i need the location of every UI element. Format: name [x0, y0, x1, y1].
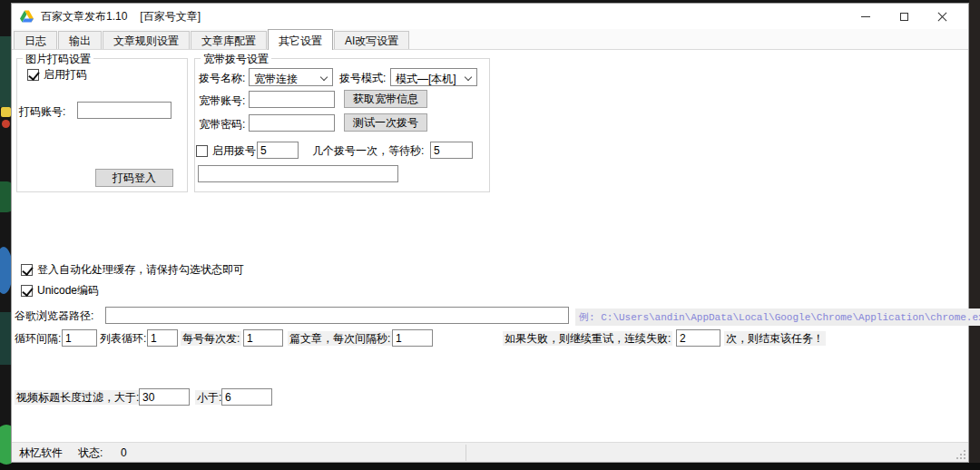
dial-wait-input[interactable]: [430, 142, 473, 159]
fail-retry-label: 如果失败，则继续重试，连续失败:: [503, 331, 672, 346]
maximize-icon: [900, 13, 908, 21]
per-account-input[interactable]: [243, 329, 283, 347]
fail-count-input[interactable]: [676, 329, 720, 347]
loop-interval-label: 循环间隔:: [15, 332, 61, 345]
chrome-path-example: 例: C:\Users\andin\AppData\Local\Google\C…: [575, 308, 980, 326]
enable-dial-label: 启用拨号: [212, 143, 256, 159]
tab-ai-rewrite[interactable]: AI改写设置: [334, 31, 409, 49]
broadband-password-label: 宽带密码:: [199, 118, 245, 131]
minimize-button[interactable]: [847, 4, 885, 29]
app-icon: [20, 10, 34, 23]
list-loop-input[interactable]: [147, 329, 178, 347]
titlebar: 百家文章发布1.10 [百家号文章]: [12, 4, 968, 29]
enable-dial-checkbox[interactable]: 启用拨号: [196, 143, 256, 159]
video-min-input[interactable]: [221, 388, 272, 406]
dial-name-select[interactable]: 宽带连接: [249, 68, 333, 86]
tab-other-settings[interactable]: 其它设置: [268, 29, 333, 50]
status-bar: 林忆软件 状态: 0: [12, 442, 968, 462]
video-min-label: 小于:: [195, 390, 223, 405]
brand-label: 林忆软件: [19, 446, 63, 459]
test-dial-button[interactable]: 测试一次拨号: [344, 113, 427, 132]
dial-mode-label: 拨号模式:: [339, 72, 386, 84]
dial-wait-label: 几个拨号一次，等待秒:: [312, 144, 424, 157]
chrome-path-label: 谷歌浏览器路径:: [15, 309, 93, 322]
maximize-button[interactable]: [885, 4, 923, 29]
video-filter-label: 视频标题长度过滤，大于:: [15, 390, 141, 405]
broadband-password-input[interactable]: [249, 114, 335, 132]
desktop-icon-fragment: [1, 107, 11, 117]
tab-article-rules[interactable]: 文章规则设置: [103, 31, 190, 49]
loop-interval-input[interactable]: [62, 329, 97, 347]
get-broadband-info-button[interactable]: 获取宽带信息: [344, 90, 427, 108]
login-cache-label: 登入自动化处理缓存，请保持勾选状态即可: [37, 262, 244, 278]
checkbox-checked-icon: [21, 264, 33, 276]
checkbox-checked-icon: [27, 69, 39, 81]
statusbar-divider: [466, 445, 466, 461]
checkbox-checked-icon: [21, 285, 33, 297]
broadband-account-input[interactable]: [249, 91, 335, 108]
checkbox-unchecked-icon: [196, 145, 208, 157]
captcha-group-title: 图片打码设置: [23, 52, 93, 67]
app-window: 百家文章发布1.10 [百家号文章] 日志 输出 文章规则设置 文章库配置 其它…: [11, 3, 969, 463]
chevron-down-icon: [465, 73, 472, 81]
login-cache-checkbox[interactable]: 登入自动化处理缓存，请保持勾选状态即可: [21, 262, 244, 278]
captcha-account-label: 打码账号:: [19, 105, 65, 118]
unicode-checkbox[interactable]: Unicode编码: [21, 283, 99, 299]
tab-log[interactable]: 日志: [14, 31, 57, 49]
desktop-edge-bottom: [0, 463, 980, 470]
dial-status-input[interactable]: [198, 165, 398, 182]
dial-name-value: 宽带连接: [254, 73, 298, 85]
list-loop-label: 列表循环:: [100, 332, 146, 345]
window-title: 百家文章发布1.10: [41, 9, 127, 24]
article-gap-label: 篇文章，每次间隔秒:: [288, 331, 392, 346]
captcha-login-button[interactable]: 打码登入: [95, 169, 173, 187]
close-icon: [937, 12, 947, 22]
dial-name-label: 拨号名称:: [199, 72, 245, 84]
broadband-account-label: 宽带账号:: [199, 94, 245, 107]
dial-mode-value: 模式—[本机]: [396, 73, 456, 85]
window-subtitle: [百家号文章]: [140, 9, 201, 24]
enable-captcha-label: 启用打码: [44, 67, 87, 83]
dial-group-title: 宽带拨号设置: [201, 52, 271, 67]
chevron-down-icon: [320, 73, 328, 81]
close-button[interactable]: [923, 4, 961, 29]
unicode-label: Unicode编码: [37, 283, 99, 299]
chrome-path-input[interactable]: [105, 307, 569, 324]
tab-output[interactable]: 输出: [58, 31, 102, 49]
minimize-icon: [861, 16, 870, 17]
status-label: 状态:: [78, 446, 103, 459]
tab-bar: 日志 输出 文章规则设置 文章库配置 其它设置 AI改写设置: [12, 29, 968, 50]
fail-suffix-label: 次，则结束该任务！: [724, 331, 826, 346]
video-max-input[interactable]: [139, 388, 190, 406]
article-gap-input[interactable]: [392, 329, 433, 347]
dial-mode-select[interactable]: 模式—[本机]: [390, 68, 477, 86]
resize-grip[interactable]: [956, 449, 966, 460]
desktop-icon-fragment: [2, 120, 10, 128]
tab-article-library[interactable]: 文章库配置: [191, 31, 267, 49]
desktop-edge-right: [969, 0, 980, 470]
dial-count-input[interactable]: [257, 142, 299, 159]
status-value: 0: [121, 446, 127, 459]
captcha-account-input[interactable]: [77, 102, 172, 119]
per-account-label: 每号每次发:: [181, 331, 241, 346]
enable-captcha-checkbox[interactable]: 启用打码: [27, 67, 87, 83]
